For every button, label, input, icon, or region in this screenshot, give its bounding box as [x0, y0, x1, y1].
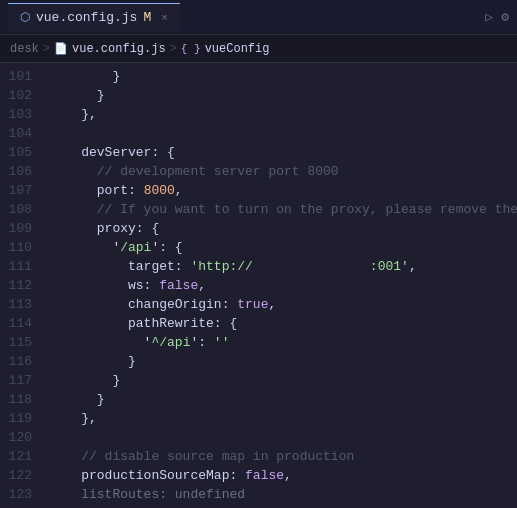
- tab-close-button[interactable]: ×: [161, 12, 168, 24]
- code-line: '^/api': '': [50, 333, 517, 352]
- code-line: },: [50, 409, 517, 428]
- code-line: }: [50, 86, 517, 105]
- tab-modified: M: [143, 10, 151, 25]
- code-line: [50, 124, 517, 143]
- code-line: port: 8000,: [50, 181, 517, 200]
- breadcrumb-bracket-icon: { }: [181, 43, 201, 55]
- code-line: // If you want to turn on the proxy, ple…: [50, 200, 517, 219]
- code-line: }: [50, 390, 517, 409]
- breadcrumb-sep-1: >: [43, 42, 50, 56]
- code-line: changeOrigin: true,: [50, 295, 517, 314]
- code-line: [50, 428, 517, 447]
- editor-area: 1011021031041051061071081091101111121131…: [0, 63, 517, 508]
- breadcrumb-file-icon: 📄: [54, 42, 68, 55]
- code-line: // disable source map in production: [50, 447, 517, 466]
- file-type-icon: ⬡: [20, 10, 30, 25]
- breadcrumb-symbol: vueConfig: [205, 42, 270, 56]
- code-line: // development server port 8000: [50, 162, 517, 181]
- code-line: listRoutes: undefined: [50, 485, 517, 504]
- tab-filename: vue.config.js: [36, 10, 137, 25]
- code-line: devServer: {: [50, 143, 517, 162]
- breadcrumb-filename: vue.config.js: [72, 42, 166, 56]
- code-line: pathRewrite: {: [50, 314, 517, 333]
- run-button[interactable]: ▷: [485, 9, 493, 25]
- editor-tab[interactable]: ⬡ vue.config.js M ×: [8, 3, 180, 31]
- title-bar: ⬡ vue.config.js M × ▷ ⚙: [0, 0, 517, 35]
- code-line: }: [50, 352, 517, 371]
- code-line: '/api': {: [50, 238, 517, 257]
- title-bar-actions: ▷ ⚙: [485, 9, 509, 25]
- breadcrumb-sep-2: >: [170, 42, 177, 56]
- line-numbers: 1011021031041051061071081091101111121131…: [0, 63, 42, 508]
- breadcrumb-desk: desk: [10, 42, 39, 56]
- code-line: },: [50, 105, 517, 124]
- code-line: target: 'http:// :001',: [50, 257, 517, 276]
- code-line: }: [50, 371, 517, 390]
- code-line: }: [50, 67, 517, 86]
- code-line: productionSourceMap: false,: [50, 466, 517, 485]
- settings-icon[interactable]: ⚙: [501, 9, 509, 25]
- code-line: proxy: {: [50, 219, 517, 238]
- code-content[interactable]: } } }, devServer: { // development serve…: [42, 63, 517, 508]
- code-line: ws: false,: [50, 276, 517, 295]
- breadcrumb: desk > 📄 vue.config.js > { } vueConfig: [0, 35, 517, 63]
